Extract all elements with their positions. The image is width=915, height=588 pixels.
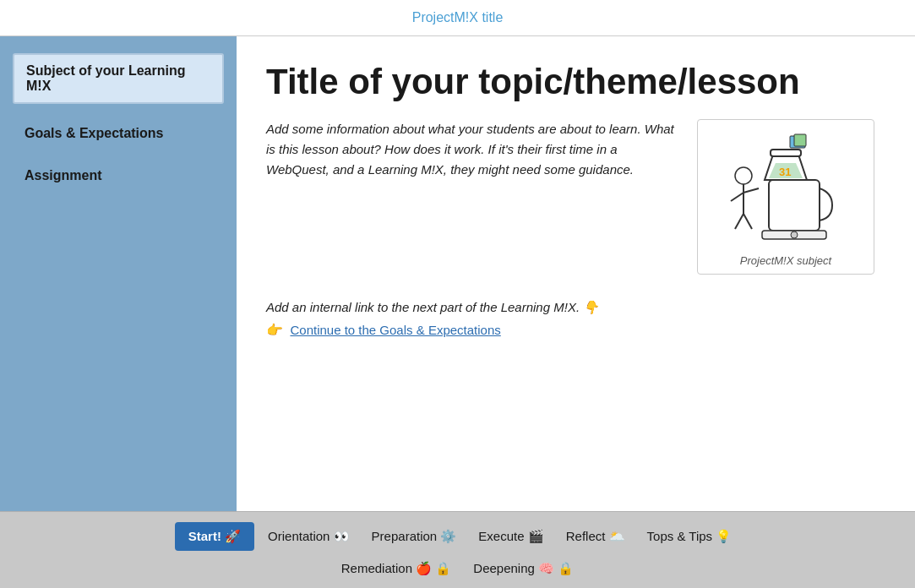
footer-nav-execute[interactable]: Execute 🎬: [470, 524, 552, 549]
footer-nav-deepening[interactable]: Deepening 🧠 🔒: [465, 556, 582, 581]
sidebar-item-goals[interactable]: Goals & Expectations: [13, 121, 224, 146]
link-hint: Add an internal link to the next part of…: [266, 300, 885, 315]
svg-rect-14: [794, 134, 806, 146]
header-title-link[interactable]: ProjectM!X title: [412, 10, 504, 24]
start-button[interactable]: Start! 🚀: [175, 522, 254, 551]
footer-nav-tops-tips[interactable]: Tops & Tips 💡: [639, 524, 741, 549]
sidebar-item-subject[interactable]: Subject of your Learning M!X: [13, 53, 224, 104]
footer-nav-reflect[interactable]: Reflect 🌥️: [558, 524, 634, 549]
footer-row-1: Start! 🚀 Orientation 👀 Preparation ⚙️ Ex…: [175, 522, 741, 551]
blender-illustration: 31: [710, 129, 862, 248]
image-caption: ProjectM!X subject: [740, 254, 831, 267]
svg-point-6: [735, 167, 752, 184]
content-description: Add some information about what your stu…: [266, 119, 680, 180]
image-placeholder: 31: [705, 127, 866, 249]
svg-text:31: 31: [779, 166, 791, 178]
sidebar-item-assignment[interactable]: Assignment: [13, 163, 224, 188]
footer-nav: Start! 🚀 Orientation 👀 Preparation ⚙️ Ex…: [0, 511, 915, 588]
continue-link[interactable]: Continue to the Goals & Expectations: [290, 323, 500, 337]
sidebar: Subject of your Learning M!X Goals & Exp…: [0, 36, 237, 511]
link-section: Add an internal link to the next part of…: [266, 300, 885, 338]
svg-line-11: [743, 214, 752, 229]
svg-point-5: [791, 231, 798, 238]
image-box: 31 ProjectM!X subject: [697, 119, 874, 275]
content-area: Title of your topic/theme/lesson Add som…: [237, 36, 915, 511]
svg-rect-0: [769, 180, 820, 231]
svg-rect-3: [771, 150, 801, 156]
page-title: Title of your topic/theme/lesson: [266, 62, 885, 102]
footer-nav-orientation[interactable]: Orientation 👀: [259, 524, 358, 549]
internal-link-wrapper: 👉 Continue to the Goals & Expectations: [266, 322, 885, 338]
footer-row-2: Remediation 🍎 🔒 Deepening 🧠 🔒: [333, 556, 582, 581]
link-arrow-icon: 👉: [266, 323, 283, 337]
page-header: ProjectM!X title: [0, 0, 915, 36]
content-body: Add some information about what your stu…: [266, 119, 885, 275]
footer-nav-remediation[interactable]: Remediation 🍎 🔒: [333, 556, 460, 581]
svg-line-9: [743, 188, 759, 193]
main-area: Subject of your Learning M!X Goals & Exp…: [0, 36, 915, 511]
svg-line-10: [735, 214, 743, 229]
svg-line-8: [731, 193, 743, 201]
footer-nav-preparation[interactable]: Preparation ⚙️: [363, 524, 466, 549]
